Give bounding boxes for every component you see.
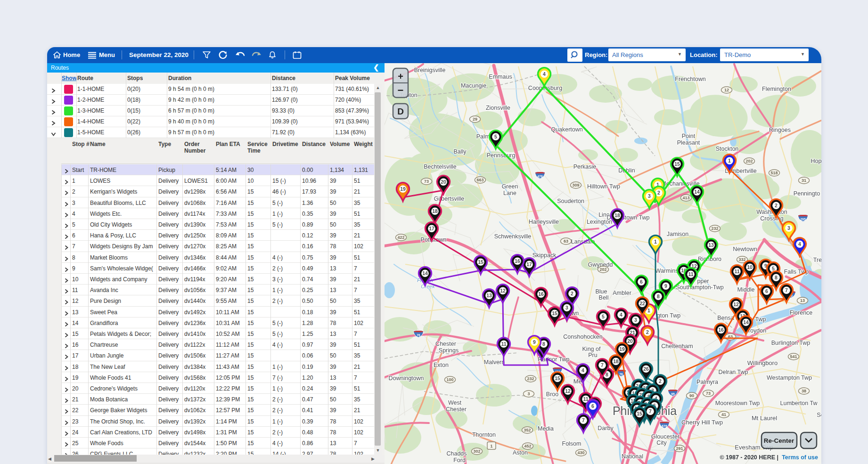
svg-text:Folsom: Folsom: [562, 440, 581, 447]
svg-text:Tre: Tre: [813, 257, 821, 263]
svg-text:19: 19: [400, 186, 406, 192]
svg-text:95: 95: [671, 392, 675, 396]
svg-text:3: 3: [634, 317, 637, 323]
svg-text:17: 17: [429, 226, 434, 231]
svg-text:Ambler: Ambler: [613, 290, 631, 296]
svg-text:422: 422: [397, 235, 404, 240]
svg-text:1: 1: [728, 158, 731, 163]
svg-text:541: 541: [790, 354, 797, 359]
svg-text:Florence: Florence: [790, 309, 813, 316]
svg-text:Springs: Springs: [439, 347, 459, 354]
svg-text:100: 100: [446, 377, 453, 382]
svg-text:Ringoes: Ringoes: [769, 127, 791, 133]
svg-text:518: 518: [770, 171, 778, 175]
svg-text:3: 3: [565, 305, 568, 310]
svg-text:Zionsville: Zionsville: [486, 105, 510, 111]
svg-text:232: 232: [711, 226, 718, 231]
svg-text:Schwenksville: Schwenksville: [494, 233, 532, 240]
svg-text:Broo: Broo: [546, 391, 558, 398]
svg-text:202: 202: [745, 159, 753, 163]
svg-text:332: 332: [738, 257, 745, 262]
svg-text:2: 2: [646, 329, 649, 335]
svg-text:Green: Green: [502, 183, 518, 190]
svg-text:gton Twp: gton Twp: [657, 312, 681, 319]
svg-text:29: 29: [473, 117, 477, 122]
svg-text:Media: Media: [538, 425, 554, 432]
svg-text:King of: King of: [582, 346, 601, 352]
svg-text:17: 17: [526, 261, 532, 267]
svg-text:Breinigsville: Breinigsville: [414, 67, 446, 73]
svg-text:8: 8: [775, 275, 778, 280]
svg-text:7: 7: [601, 362, 604, 368]
svg-text:2: 2: [571, 291, 573, 296]
svg-text:Palm: Palm: [476, 133, 490, 140]
svg-text:14: 14: [694, 189, 700, 195]
svg-text:15: 15: [478, 259, 483, 265]
svg-text:6: 6: [591, 403, 594, 409]
svg-text:Gilbertsville: Gilbertsville: [434, 195, 465, 202]
svg-text:19: 19: [619, 346, 625, 352]
svg-text:+: +: [398, 71, 403, 81]
svg-text:Lane: Lane: [503, 190, 516, 196]
svg-text:Delran Twp: Delran Twp: [719, 369, 748, 375]
svg-text:Pru: Pru: [588, 352, 598, 358]
svg-text:9: 9: [533, 339, 536, 345]
svg-text:Willingboro: Willingboro: [747, 359, 778, 366]
svg-text:Newtown: Newtown: [733, 246, 757, 252]
svg-text:12: 12: [500, 288, 506, 293]
svg-text:Conshohocken: Conshohocken: [563, 334, 602, 340]
svg-text:1: 1: [654, 239, 657, 244]
svg-text:3: 3: [648, 193, 651, 199]
svg-text:13: 13: [708, 242, 714, 248]
svg-text:6: 6: [765, 288, 768, 294]
svg-text:6: 6: [640, 279, 643, 285]
svg-text:31: 31: [802, 178, 806, 183]
svg-text:Bally: Bally: [453, 148, 467, 155]
svg-text:Middle: Middle: [737, 286, 755, 293]
svg-text:291: 291: [676, 446, 683, 451]
svg-text:pper: pper: [697, 278, 709, 285]
svg-text:76: 76: [417, 334, 420, 337]
svg-text:11: 11: [501, 341, 506, 347]
svg-text:Thornton: Thornton: [472, 431, 496, 438]
svg-text:Palmyra: Palmyra: [696, 379, 718, 385]
svg-text:Bell: Bell: [599, 294, 609, 301]
svg-text:4: 4: [581, 367, 584, 373]
svg-text:4: 4: [620, 312, 622, 317]
svg-text:City: City: [656, 440, 667, 446]
svg-text:7: 7: [582, 417, 585, 423]
svg-text:13: 13: [486, 293, 492, 298]
svg-text:Aston: Aston: [513, 449, 528, 456]
svg-text:63: 63: [564, 239, 568, 244]
svg-text:Emmaus: Emmaus: [489, 73, 512, 80]
svg-text:3: 3: [527, 391, 530, 396]
svg-text:8: 8: [606, 372, 608, 377]
svg-text:18: 18: [613, 358, 619, 364]
svg-text:4: 4: [798, 241, 801, 247]
svg-text:Hop: Hop: [811, 158, 821, 164]
svg-text:Flemington: Flemington: [762, 86, 791, 92]
svg-text:Richboro: Richboro: [698, 256, 721, 262]
svg-text:8: 8: [542, 341, 545, 347]
svg-text:2: 2: [775, 203, 778, 208]
svg-text:Twp: Twp: [755, 316, 766, 323]
svg-text:12: 12: [733, 301, 739, 307]
svg-text:Jamison: Jamison: [667, 231, 689, 237]
svg-text:15: 15: [552, 310, 557, 316]
svg-text:Mt Laurel: Mt Laurel: [752, 415, 777, 422]
svg-text:18: 18: [432, 208, 438, 214]
svg-text:West: West: [448, 399, 462, 406]
svg-text:12: 12: [724, 88, 729, 92]
svg-text:663: 663: [476, 178, 483, 182]
svg-text:16: 16: [515, 258, 520, 264]
svg-text:Warmins: Warmins: [655, 268, 679, 274]
svg-text:90: 90: [689, 393, 694, 398]
svg-text:Cheltenham: Cheltenham: [661, 343, 693, 350]
svg-text:73: 73: [706, 391, 711, 396]
svg-text:16: 16: [538, 291, 544, 297]
svg-text:15: 15: [555, 375, 560, 381]
svg-text:Pennsburg: Pennsburg: [487, 152, 516, 159]
svg-text:413: 413: [682, 195, 689, 200]
svg-text:Darby: Darby: [598, 425, 614, 431]
svg-text:Chester: Chester: [446, 406, 467, 413]
